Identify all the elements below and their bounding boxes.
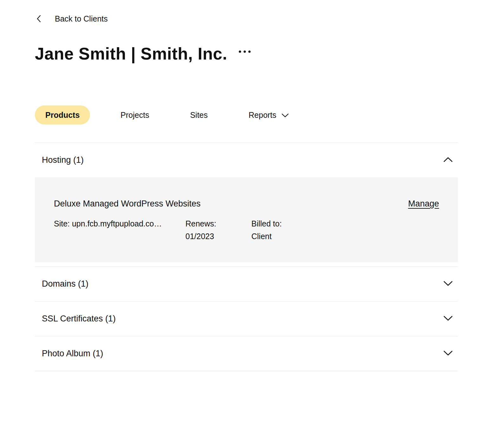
section-label-hosting: Hosting (1) <box>42 155 84 165</box>
client-detail-page: Back to Clients Jane Smith | Smith, Inc.… <box>0 0 504 371</box>
chevron-up-icon <box>443 157 453 163</box>
tab-projects[interactable]: Projects <box>110 105 159 124</box>
section-label-photo-album: Photo Album (1) <box>42 349 103 358</box>
site-detail: Site: upn.fcb.myftpupload.co… <box>54 217 185 243</box>
section-header-ssl-certificates[interactable]: SSL Certificates (1) <box>35 301 458 336</box>
chevron-down-icon <box>281 112 289 117</box>
renews-value: 01/2023 <box>185 230 251 243</box>
billed-to-label: Billed to: <box>251 217 282 230</box>
tab-products[interactable]: Products <box>35 105 90 124</box>
chevron-down-icon <box>443 351 453 357</box>
hosting-product-card: Deluxe Managed WordPress Websites Manage… <box>35 177 458 262</box>
tab-sites-label: Sites <box>190 111 208 120</box>
chevron-down-icon <box>443 281 453 287</box>
renews-detail: Renews: 01/2023 <box>185 217 251 243</box>
site-value: Site: upn.fcb.myftpupload.co… <box>54 217 185 230</box>
products-accordion: Hosting (1) Deluxe Managed WordPress Web… <box>35 143 458 371</box>
renews-label: Renews: <box>185 217 251 230</box>
section-header-photo-album[interactable]: Photo Album (1) <box>35 336 458 371</box>
tab-sites[interactable]: Sites <box>180 105 218 124</box>
back-link-label: Back to Clients <box>55 14 108 23</box>
billed-to-value: Client <box>251 230 282 243</box>
billed-to-detail: Billed to: Client <box>251 217 282 243</box>
product-name: Deluxe Managed WordPress Websites <box>54 198 201 209</box>
chevron-down-icon <box>443 316 453 322</box>
back-to-clients-link[interactable]: Back to Clients <box>36 14 108 23</box>
page-title: Jane Smith | Smith, Inc. <box>35 45 227 63</box>
tab-products-label: Products <box>45 111 80 120</box>
tab-bar: Products Projects Sites Reports <box>35 105 458 124</box>
section-label-domains: Domains (1) <box>42 279 88 289</box>
manage-link[interactable]: Manage <box>408 198 439 209</box>
product-details: Site: upn.fcb.myftpupload.co… Renews: 01… <box>54 217 439 243</box>
ellipsis-icon <box>239 49 251 54</box>
section-label-ssl-certificates: SSL Certificates (1) <box>42 314 116 324</box>
more-options-button[interactable] <box>237 46 253 57</box>
chevron-left-icon <box>36 15 41 22</box>
divider <box>35 371 458 371</box>
tab-reports-label: Reports <box>249 111 276 120</box>
tab-projects-label: Projects <box>120 111 149 120</box>
tab-reports[interactable]: Reports <box>238 105 299 124</box>
product-card-header: Deluxe Managed WordPress Websites Manage <box>54 198 439 209</box>
section-header-domains[interactable]: Domains (1) <box>35 266 458 301</box>
section-header-hosting[interactable]: Hosting (1) <box>35 143 458 177</box>
title-row: Jane Smith | Smith, Inc. <box>35 45 458 63</box>
